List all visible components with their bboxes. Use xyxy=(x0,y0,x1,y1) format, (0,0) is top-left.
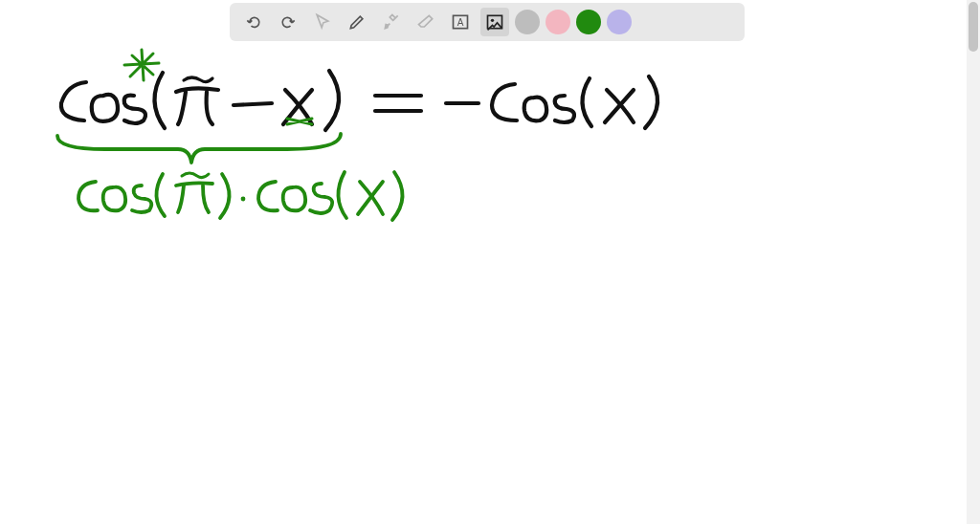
textbox-button[interactable]: A xyxy=(446,8,475,36)
cursor-icon xyxy=(313,12,332,32)
tools-icon xyxy=(382,12,401,32)
eraser-button[interactable] xyxy=(412,8,440,36)
toolbar: A xyxy=(230,3,745,41)
scrollbar-thumb[interactable] xyxy=(969,2,978,52)
undo-icon xyxy=(244,12,263,32)
vertical-scrollbar[interactable] xyxy=(967,0,980,524)
equation-line1 xyxy=(61,71,657,130)
tools-button[interactable] xyxy=(377,8,406,36)
color-green[interactable] xyxy=(576,10,601,34)
svg-text:A: A xyxy=(457,17,464,28)
redo-button[interactable] xyxy=(274,8,302,36)
whiteboard-page: { "toolbar": { "undo_tooltip": "Undo", "… xyxy=(0,0,980,524)
eraser-icon xyxy=(416,12,435,32)
svg-point-3 xyxy=(491,19,494,22)
color-gray[interactable] xyxy=(515,10,540,34)
ink-layer xyxy=(0,0,980,524)
image-button[interactable] xyxy=(480,8,509,36)
svg-point-4 xyxy=(241,197,246,202)
redo-icon xyxy=(278,12,298,32)
pencil-icon xyxy=(347,12,367,32)
annotation-green xyxy=(57,50,403,220)
undo-button[interactable] xyxy=(239,8,268,36)
color-lilac[interactable] xyxy=(607,10,632,34)
pen-button[interactable] xyxy=(343,8,371,36)
image-icon xyxy=(485,12,504,32)
text-icon: A xyxy=(451,12,470,32)
color-pink[interactable] xyxy=(546,10,570,34)
cursor-button[interactable] xyxy=(308,8,337,36)
